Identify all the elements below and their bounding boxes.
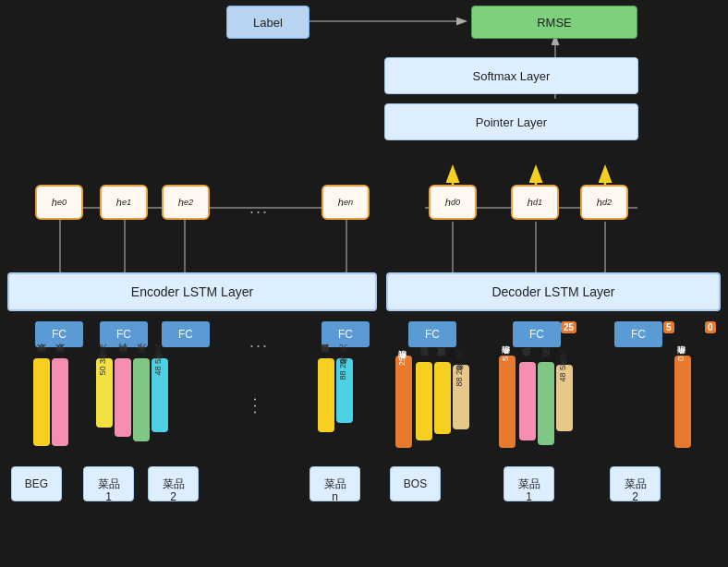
bar-lanfan-dec: 蓝饭 bbox=[416, 362, 432, 440]
architecture-diagram: Label RMSE Softmax Layer Pointer Layer h… bbox=[0, 0, 728, 567]
softmax-box: Softmax Layer bbox=[384, 57, 638, 94]
badge-0: 0 bbox=[705, 321, 716, 333]
rmse-box: RMSE bbox=[471, 6, 637, 39]
fc-decoder-3: FC bbox=[614, 321, 662, 347]
h-en: hen bbox=[322, 185, 370, 220]
bar-mifan-2: 米饭 bbox=[52, 358, 68, 446]
bar-88sheng: 88餐 20元 bbox=[336, 358, 353, 423]
h-d0: hd0 bbox=[429, 185, 477, 220]
bar-shengyu0: 剩余价格0 bbox=[674, 356, 691, 448]
fc-encoder-2: FC bbox=[100, 321, 148, 347]
bar-yinliao: 饮料 bbox=[115, 358, 131, 437]
fc-encoder-n: FC bbox=[322, 321, 370, 347]
bar-50sheng: 50餐 3元 bbox=[96, 358, 113, 428]
pointer-box: Pointer Layer bbox=[384, 103, 638, 140]
badge-25: 25 bbox=[561, 321, 576, 333]
h-e2: he2 bbox=[162, 185, 210, 220]
fc-decoder-1: FC bbox=[408, 321, 456, 347]
bar-shengyu5: 剩余价格5 bbox=[499, 356, 516, 448]
caipin1-right-box: 菜品1 bbox=[504, 466, 554, 501]
decoder-lstm-box: Decoder LSTM Layer bbox=[386, 272, 721, 311]
ellipsis-bars-encoder: ... bbox=[249, 397, 269, 416]
caipin2-right-box: 菜品2 bbox=[610, 466, 661, 501]
bar-shengyu25: 剩余价格25 bbox=[395, 356, 412, 448]
bar-kele-dec: 可乐 bbox=[538, 362, 554, 445]
h-e0: he0 bbox=[35, 185, 83, 220]
bar-tuijian: 招牌蓝饭 bbox=[434, 362, 451, 434]
caipin2-left-box: 菜品2 bbox=[148, 466, 199, 501]
bar-tianyin: 添加饮品 bbox=[519, 362, 536, 440]
beg-box: BEG bbox=[11, 466, 62, 501]
bar-88sheng-dec: 88餐 20元 bbox=[453, 365, 469, 429]
bos-box: BOS bbox=[390, 466, 441, 501]
bar-48sheng: 48餐 5元 bbox=[152, 358, 168, 432]
fc-encoder-3: FC bbox=[162, 321, 210, 347]
bar-lanfan-encoder: 招牌蓝饭 bbox=[318, 358, 334, 432]
caipin1-left-box: 菜品1 bbox=[83, 466, 134, 501]
bar-mifan-1: 米饭 bbox=[33, 358, 50, 446]
fc-decoder-2: FC bbox=[513, 321, 561, 347]
ellipsis-fc-encoder: ... bbox=[249, 332, 269, 352]
bar-48sheng-dec: 48餐 5元 bbox=[556, 365, 573, 431]
h-d1: hd1 bbox=[511, 185, 559, 220]
label-box: Label bbox=[226, 6, 309, 39]
bar-kele: 可乐 bbox=[133, 358, 150, 441]
caipinn-box: 菜品n bbox=[309, 466, 360, 501]
encoder-lstm-box: Encoder LSTM Layer bbox=[7, 272, 377, 311]
ellipsis-encoder: ... bbox=[249, 199, 269, 218]
h-d2: hd2 bbox=[580, 185, 628, 220]
badge-5: 5 bbox=[663, 321, 674, 333]
h-e1: he1 bbox=[100, 185, 148, 220]
fc-encoder-1: FC bbox=[35, 321, 83, 347]
